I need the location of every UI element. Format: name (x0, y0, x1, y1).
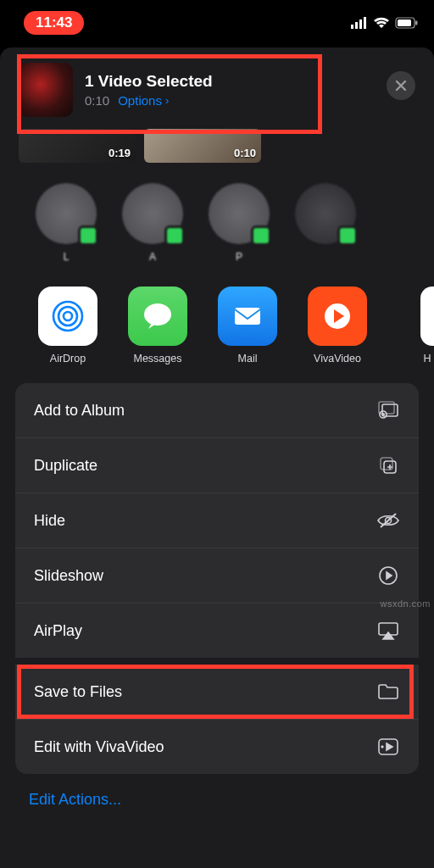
mail-icon (218, 287, 277, 346)
svg-rect-11 (235, 308, 260, 325)
contact-name: P (236, 251, 242, 263)
contact-item[interactable]: L (32, 183, 100, 263)
eye-slash-icon (376, 509, 400, 532)
header-title: 1 Video Selected (85, 72, 213, 91)
svg-rect-0 (351, 25, 353, 29)
hide-row[interactable]: Hide (15, 492, 419, 548)
svg-rect-2 (359, 19, 362, 29)
svg-point-7 (64, 312, 72, 320)
close-icon (394, 79, 408, 92)
avatar (295, 183, 356, 244)
actions-list: Add to Album Duplicate Hide Slideshow Ai… (15, 383, 419, 774)
contacts-row: L A P (0, 171, 434, 278)
share-header: 1 Video Selected 0:10 Options › (0, 47, 434, 129)
selected-video-thumbnail[interactable] (19, 63, 73, 117)
partial-app-icon (420, 287, 434, 346)
avatar (209, 183, 270, 244)
options-label: Options (118, 93, 162, 108)
chevron-right-icon: › (165, 94, 169, 107)
messages-badge-icon (78, 225, 98, 246)
action-separator (15, 658, 419, 665)
messages-icon (128, 287, 187, 346)
contact-item[interactable]: A (119, 183, 186, 263)
action-label: Add to Album (34, 402, 125, 420)
airplay-icon (376, 619, 400, 643)
messages-badge-icon (337, 225, 358, 246)
partial-app[interactable]: H (393, 287, 434, 364)
svg-point-10 (144, 303, 171, 326)
watermark: wsxdn.com (380, 598, 431, 609)
svg-marker-23 (387, 572, 392, 579)
duplicate-row[interactable]: Duplicate (15, 437, 419, 492)
svg-marker-27 (387, 743, 392, 750)
video-thumbnail[interactable]: 0:19 (19, 129, 136, 163)
time-recording-pill[interactable]: 11:43 (24, 11, 84, 35)
thumb-duration: 0:19 (108, 147, 131, 159)
battery-icon (395, 17, 419, 29)
status-icons (351, 17, 419, 29)
album-add-icon (376, 398, 400, 422)
folder-icon (376, 680, 400, 704)
share-sheet: 1 Video Selected 0:10 Options › 0:19 0:1… (0, 47, 434, 868)
svg-marker-28 (381, 745, 384, 748)
mail-app[interactable]: Mail (214, 287, 281, 364)
svg-rect-5 (398, 19, 411, 26)
vivavideo-app[interactable]: VivaVideo (303, 287, 371, 364)
action-label: Duplicate (34, 457, 97, 475)
action-label: Slideshow (34, 567, 103, 585)
avatar (122, 183, 183, 244)
svg-marker-25 (383, 632, 393, 639)
options-link[interactable]: Options › (118, 93, 169, 108)
slideshow-row[interactable]: Slideshow (15, 548, 419, 603)
thumbnail-row: 0:19 0:10 (0, 129, 434, 171)
app-label: Mail (238, 353, 258, 364)
contact-item[interactable]: P (205, 183, 273, 263)
save-to-files-row[interactable]: Save to Files (15, 665, 419, 719)
app-label: Messages (134, 353, 182, 364)
app-label: VivaVideo (314, 353, 361, 364)
vivavideo-edit-icon (376, 735, 400, 759)
video-duration: 0:10 (85, 93, 109, 108)
apps-row: AirDrop Messages Mail VivaVideo (0, 278, 434, 371)
duplicate-icon (376, 453, 400, 477)
header-text: 1 Video Selected 0:10 Options › (85, 72, 213, 108)
svg-rect-1 (355, 22, 358, 29)
messages-badge-icon (251, 225, 271, 246)
airdrop-app[interactable]: AirDrop (34, 287, 102, 364)
cellular-icon (351, 17, 368, 29)
thumb-duration: 0:10 (234, 147, 256, 159)
video-thumbnail[interactable]: 0:10 (144, 129, 261, 163)
edit-with-vivavideo-row[interactable]: Edit with VivaVideo (15, 719, 419, 774)
app-label: H (423, 353, 431, 364)
messages-badge-icon (164, 225, 185, 246)
contact-name: A (149, 251, 156, 263)
app-label: AirDrop (50, 353, 86, 364)
close-button[interactable] (387, 71, 415, 100)
svg-rect-6 (415, 21, 418, 25)
action-label: Hide (34, 512, 65, 530)
contact-item[interactable] (292, 183, 359, 263)
status-bar: 11:43 (0, 0, 434, 46)
edit-actions-link[interactable]: Edit Actions... (0, 774, 434, 826)
airdrop-icon (38, 287, 97, 346)
messages-app[interactable]: Messages (124, 287, 192, 364)
wifi-icon (373, 17, 390, 29)
svg-point-8 (58, 307, 77, 326)
avatar (36, 183, 97, 244)
action-label: AirPlay (34, 622, 82, 640)
add-to-album-row[interactable]: Add to Album (15, 383, 419, 437)
airplay-row[interactable]: AirPlay (15, 603, 419, 658)
play-circle-icon (376, 564, 400, 587)
contact-name: L (64, 251, 70, 263)
phone-screen: 11:43 1 Video Selected 0:10 Options › (0, 0, 434, 868)
svg-rect-20 (381, 458, 392, 470)
action-label: Edit with VivaVideo (34, 738, 164, 756)
svg-rect-3 (364, 17, 366, 29)
vivavideo-icon (308, 287, 367, 346)
action-label: Save to Files (34, 683, 122, 701)
